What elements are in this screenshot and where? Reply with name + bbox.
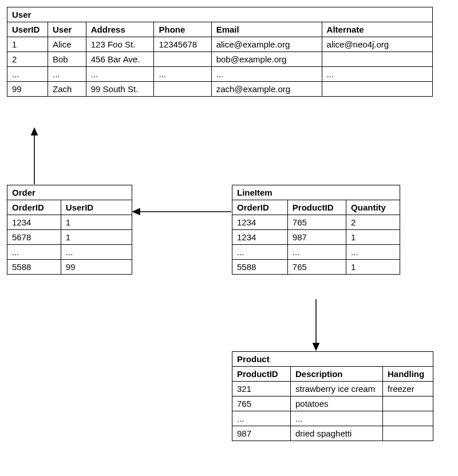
table-row: 558899 [7, 260, 132, 275]
product-cell: 765 [232, 396, 291, 411]
order-cell: 5588 [7, 260, 61, 275]
lineitem-cell: 1 [346, 230, 400, 245]
product-col-1: Description [291, 367, 383, 382]
user-cell: 456 Bar Ave. [86, 52, 154, 67]
product-col-2: Handling [383, 367, 433, 382]
product-col-0: ProductID [232, 367, 291, 382]
lineitem-cell: 1234 [232, 215, 287, 230]
table-row: 12347652 [232, 215, 400, 230]
lineitem-cell: ... [232, 245, 287, 260]
user-cell [154, 52, 211, 67]
product-cell: strawberry ice cream [291, 382, 383, 396]
table-row: 765potatoes [232, 396, 433, 411]
user-cell: zach@example.org [211, 82, 322, 97]
product-cell: dried spaghetti [291, 426, 383, 441]
user-cell: ... [211, 67, 322, 82]
user-cell: 123 Foo St. [86, 37, 154, 52]
user-cell: 12345678 [154, 37, 211, 52]
lineitem-cell: 765 [287, 215, 346, 230]
lineitem-cell: 987 [287, 230, 346, 245]
product-cell: 987 [232, 426, 291, 441]
order-cell: ... [61, 245, 132, 260]
lineitem-col-0: OrderID [232, 200, 287, 215]
user-col-3: Phone [154, 22, 211, 37]
entity-order: Order OrderIDUserID 1234156781......5588… [7, 185, 132, 275]
user-cell: alice@example.org [211, 37, 322, 52]
order-cell: 1234 [7, 215, 61, 230]
lineitem-cell: ... [287, 245, 346, 260]
user-cell: alice@neo4j.org [322, 37, 432, 52]
order-cell: 1 [61, 230, 132, 245]
user-cell: Alice [48, 37, 86, 52]
user-cell [322, 52, 432, 67]
product-cell: potatoes [291, 396, 383, 411]
table-row: 55887651 [232, 260, 400, 275]
order-cell: 1 [61, 215, 132, 230]
lineitem-col-2: Quantity [346, 200, 400, 215]
product-cell: freezer [383, 382, 433, 396]
user-cell: 99 [7, 82, 48, 97]
product-cell [383, 426, 433, 441]
user-cell: Zach [48, 82, 86, 97]
user-cell: ... [322, 67, 432, 82]
entity-user: User UserIDUserAddressPhoneEmailAlternat… [7, 7, 433, 97]
user-col-5: Alternate [322, 22, 432, 37]
table-row: ...... [232, 411, 433, 426]
entity-lineitem: LineItem OrderIDProductIDQuantity 123476… [232, 185, 400, 275]
table-row: .................. [7, 67, 432, 82]
table-row: 321strawberry ice creamfreezer [232, 382, 433, 396]
user-col-2: Address [86, 22, 154, 37]
table-row: ......... [232, 245, 400, 260]
order-cell: 99 [61, 260, 132, 275]
lineitem-cell: 2 [346, 215, 400, 230]
user-cell [154, 82, 211, 97]
order-cell: 5678 [7, 230, 61, 245]
user-cell: ... [86, 67, 154, 82]
table-row: ...... [7, 245, 132, 260]
lineitem-cell: 5588 [232, 260, 287, 275]
lineitem-col-1: ProductID [287, 200, 346, 215]
table-row: 99Zach99 South St.zach@example.org [7, 82, 432, 97]
table-row: 12349871 [232, 230, 400, 245]
user-cell: ... [48, 67, 86, 82]
entity-product-title: Product [232, 352, 433, 367]
table-row: 2Bob456 Bar Ave.bob@example.org [7, 52, 432, 67]
entity-lineitem-title: LineItem [232, 185, 400, 200]
er-diagram: User UserIDUserAddressPhoneEmailAlternat… [0, 0, 458, 476]
product-cell [383, 411, 433, 426]
user-col-4: Email [211, 22, 322, 37]
lineitem-cell: 1234 [232, 230, 287, 245]
lineitem-cell: ... [346, 245, 400, 260]
user-cell: 2 [7, 52, 48, 67]
entity-lineitem-table: OrderIDProductIDQuantity 123476521234987… [232, 200, 400, 274]
product-cell: 321 [232, 382, 291, 396]
lineitem-cell: 765 [287, 260, 346, 275]
table-row: 12341 [7, 215, 132, 230]
table-row: 1Alice123 Foo St.12345678alice@example.o… [7, 37, 432, 52]
user-col-0: UserID [7, 22, 48, 37]
table-row: 987dried spaghetti [232, 426, 433, 441]
user-cell: ... [7, 67, 48, 82]
order-cell: ... [7, 245, 61, 260]
user-cell: ... [154, 67, 211, 82]
entity-order-title: Order [7, 185, 132, 200]
lineitem-cell: 1 [346, 260, 400, 275]
user-cell: Bob [48, 52, 86, 67]
user-cell: 99 South St. [86, 82, 154, 97]
entity-product-table: ProductIDDescriptionHandling 321strawber… [232, 367, 433, 441]
order-col-1: UserID [61, 200, 132, 215]
entity-product: Product ProductIDDescriptionHandling 321… [232, 351, 433, 441]
entity-order-table: OrderIDUserID 1234156781......558899 [7, 200, 132, 274]
table-row: 56781 [7, 230, 132, 245]
user-cell: bob@example.org [211, 52, 322, 67]
entity-user-table: UserIDUserAddressPhoneEmailAlternate 1Al… [7, 22, 432, 96]
user-cell [322, 82, 432, 97]
user-col-1: User [48, 22, 86, 37]
user-cell: 1 [7, 37, 48, 52]
product-cell: ... [232, 411, 291, 426]
entity-user-title: User [7, 7, 432, 22]
order-col-0: OrderID [7, 200, 61, 215]
product-cell [383, 396, 433, 411]
product-cell: ... [291, 411, 383, 426]
